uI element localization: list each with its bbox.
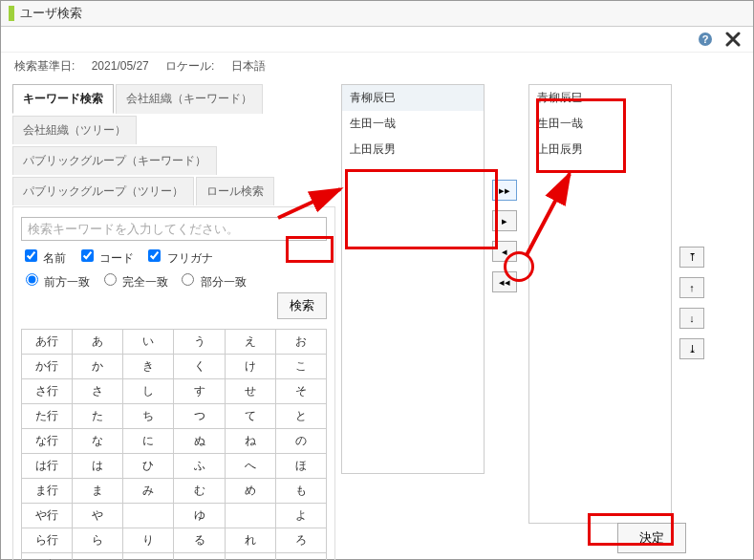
- kana-cell: [275, 553, 326, 561]
- result-item[interactable]: 青柳辰巳: [342, 85, 484, 111]
- sort-up-button[interactable]: ↑: [679, 277, 704, 298]
- kana-cell: [174, 553, 225, 561]
- kana-cell: [123, 504, 174, 528]
- sort-bottom-button[interactable]: ⤓: [679, 338, 704, 359]
- kana-cell[interactable]: な: [73, 429, 123, 454]
- kana-cell[interactable]: ほ: [275, 454, 326, 479]
- locale-value: 日本語: [231, 59, 266, 73]
- search-button[interactable]: 検索: [277, 292, 327, 319]
- kana-cell[interactable]: り: [123, 528, 174, 553]
- kana-cell[interactable]: や: [73, 504, 123, 528]
- check-name[interactable]: 名前: [21, 251, 66, 265]
- kana-cell[interactable]: え: [225, 330, 275, 355]
- tab-company-tree[interactable]: 会社組織（ツリー）: [12, 116, 137, 144]
- kana-cell[interactable]: く: [174, 355, 225, 379]
- kana-cell[interactable]: あ行: [22, 330, 73, 355]
- kana-cell: [225, 504, 275, 528]
- kana-cell[interactable]: つ: [174, 404, 225, 429]
- kana-cell[interactable]: る: [174, 528, 225, 553]
- kana-cell[interactable]: な行: [22, 429, 73, 454]
- kana-cell[interactable]: こ: [275, 355, 326, 379]
- kana-cell[interactable]: も: [275, 479, 326, 504]
- kana-cell[interactable]: よ: [275, 504, 326, 528]
- check-code[interactable]: コード: [77, 251, 134, 265]
- kana-cell[interactable]: は行: [22, 454, 73, 479]
- sort-down-button[interactable]: ↓: [679, 308, 704, 329]
- move-right-button[interactable]: ▸: [492, 210, 517, 231]
- kana-cell[interactable]: は: [73, 454, 123, 479]
- kana-cell[interactable]: へ: [225, 454, 275, 479]
- kana-cell[interactable]: ら行: [22, 528, 73, 553]
- kana-cell[interactable]: ゆ: [174, 504, 225, 528]
- tab-company-keyword[interactable]: 会社組織（キーワード）: [116, 84, 263, 114]
- move-all-right-button[interactable]: ▸▸: [492, 180, 517, 201]
- kana-cell[interactable]: う: [174, 330, 225, 355]
- kana-cell[interactable]: か行: [22, 355, 73, 379]
- kana-cell[interactable]: と: [275, 404, 326, 429]
- kana-cell[interactable]: さ行: [22, 379, 73, 404]
- kana-cell[interactable]: け: [225, 355, 275, 379]
- title-marker: [9, 6, 14, 21]
- kana-cell[interactable]: そ: [275, 379, 326, 404]
- kana-cell[interactable]: せ: [225, 379, 275, 404]
- result-list[interactable]: 青柳辰巳生田一哉上田辰男: [341, 84, 485, 474]
- kana-cell[interactable]: お: [275, 330, 326, 355]
- kana-cell[interactable]: む: [174, 479, 225, 504]
- selected-item[interactable]: 生田一哉: [529, 111, 671, 137]
- selected-item[interactable]: 上田辰男: [529, 137, 671, 162]
- kana-cell[interactable]: ろ: [275, 528, 326, 553]
- close-icon[interactable]: [724, 31, 742, 48]
- kana-cell[interactable]: か: [73, 355, 123, 379]
- check-kana[interactable]: フリガナ: [144, 251, 212, 265]
- kana-cell[interactable]: ま: [73, 479, 123, 504]
- kana-cell[interactable]: ま行: [22, 479, 73, 504]
- kana-cell[interactable]: わ: [73, 553, 123, 561]
- kana-cell[interactable]: み: [123, 479, 174, 504]
- radio-prefix[interactable]: 前方一致: [21, 275, 90, 289]
- kana-cell[interactable]: や行: [22, 504, 73, 528]
- tab-keyword[interactable]: キーワード検索: [12, 84, 114, 114]
- result-item[interactable]: 生田一哉: [342, 111, 484, 137]
- kana-cell[interactable]: た: [73, 404, 123, 429]
- decide-button[interactable]: 決定: [617, 523, 686, 553]
- move-all-left-button[interactable]: ◂◂: [492, 271, 517, 292]
- selected-item[interactable]: 青柳辰巳: [529, 85, 671, 111]
- svg-text:?: ?: [702, 33, 709, 45]
- kana-cell[interactable]: あ: [73, 330, 123, 355]
- result-item[interactable]: 上田辰男: [342, 137, 484, 162]
- kana-cell[interactable]: ふ: [174, 454, 225, 479]
- kana-cell[interactable]: ち: [123, 404, 174, 429]
- kana-cell[interactable]: す: [174, 379, 225, 404]
- kana-cell[interactable]: き: [123, 355, 174, 379]
- kana-cell[interactable]: ぬ: [174, 429, 225, 454]
- kana-cell[interactable]: い: [123, 330, 174, 355]
- kana-cell[interactable]: れ: [225, 528, 275, 553]
- meta-row: 検索基準日: 2021/05/27 ロケール: 日本語: [1, 53, 753, 80]
- kana-cell[interactable]: に: [123, 429, 174, 454]
- help-icon[interactable]: ?: [698, 32, 713, 47]
- tab-public-keyword[interactable]: パブリックグループ（キーワード）: [12, 146, 217, 175]
- kana-cell: [225, 553, 275, 561]
- kana-cell[interactable]: め: [225, 479, 275, 504]
- kana-cell: [123, 553, 174, 561]
- search-input[interactable]: [21, 217, 327, 241]
- radio-partial[interactable]: 部分一致: [177, 275, 246, 289]
- search-date-value: 2021/05/27: [92, 59, 149, 73]
- selected-list[interactable]: 青柳辰巳生田一哉上田辰男: [528, 84, 672, 524]
- kana-cell[interactable]: た行: [22, 404, 73, 429]
- kana-cell[interactable]: し: [123, 379, 174, 404]
- tab-public-tree[interactable]: パブリックグループ（ツリー）: [12, 177, 194, 205]
- kana-cell[interactable]: さ: [73, 379, 123, 404]
- radio-full[interactable]: 完全一致: [99, 275, 168, 289]
- kana-table: あ行あいうえおか行かきくけこさ行さしすせそた行たちつてとな行なにぬねのは行はひふ…: [21, 329, 327, 560]
- kana-cell[interactable]: の: [275, 429, 326, 454]
- move-left-button[interactable]: ◂: [492, 241, 517, 262]
- search-date-label: 検索基準日:: [14, 59, 75, 73]
- kana-cell[interactable]: ら: [73, 528, 123, 553]
- tab-role[interactable]: ロール検索: [196, 177, 274, 205]
- sort-top-button[interactable]: ⤒: [679, 247, 704, 268]
- kana-cell[interactable]: わ行: [22, 553, 73, 561]
- kana-cell[interactable]: ね: [225, 429, 275, 454]
- kana-cell[interactable]: て: [225, 404, 275, 429]
- kana-cell[interactable]: ひ: [123, 454, 174, 479]
